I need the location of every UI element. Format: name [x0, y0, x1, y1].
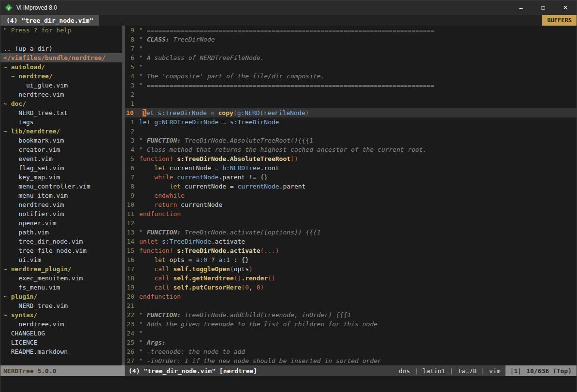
tree-dir-item[interactable]: ~ nerdtree_plugin/ [0, 264, 122, 274]
code-line[interactable]: 23" Adds the given treenode to the list … [125, 319, 577, 329]
tree-file-item[interactable]: creator.vim [0, 145, 122, 154]
code-line[interactable]: 3" =====================================… [125, 81, 577, 90]
tree-up-dir-item[interactable]: .. (up a dir) [0, 44, 122, 53]
line-number: 1 [125, 99, 139, 108]
code-line[interactable]: 9" =====================================… [125, 26, 577, 35]
code-line[interactable]: 12 [125, 218, 577, 228]
command-line[interactable] [0, 376, 577, 392]
code-line[interactable]: 26" -treenode: the node to add [125, 347, 577, 356]
code-line[interactable]: 7 while currentNode.parent != {} [125, 173, 577, 182]
code-line[interactable]: 18 call self.getNerdtree().render() [125, 274, 577, 283]
code-line[interactable]: 22" FUNCTION: TreeDirNode.addChild(treen… [125, 310, 577, 319]
tree-dir-item[interactable]: ~ doc/ [0, 99, 122, 108]
tree-dir-item[interactable]: ~ syntax/ [0, 310, 122, 319]
code-line[interactable]: 1 [125, 99, 577, 108]
code-token [139, 183, 170, 190]
code-line[interactable]: 3" FUNCTION: TreeDirNode.AbsoluteTreeRoo… [125, 136, 577, 145]
code-line[interactable]: 19 call self.putCursorHere(0, 0) [125, 283, 577, 292]
code-line[interactable]: 6 let currentNode = b:NERDTree.root [125, 163, 577, 173]
code-token [158, 238, 162, 245]
code-token: self.toggleOpen [173, 265, 230, 273]
code-line[interactable]: 15function! s:TreeDirNode.activate(...) [125, 246, 577, 255]
code-line[interactable]: 2 [125, 127, 577, 136]
code-line[interactable]: 17 call self.toggleOpen(opts) [125, 264, 577, 274]
line-number: 9 [125, 191, 139, 200]
tree-file-item[interactable]: key_map.vim [0, 173, 122, 182]
code-line[interactable]: 4" Class method that returns the highest… [125, 145, 577, 154]
tab-tree-dir-node[interactable]: (4) "tree_dir_node.vim" [0, 15, 99, 26]
tree-file-item[interactable]: bookmark.vim [0, 136, 122, 145]
tree-file-item[interactable]: NERD_tree.txt [0, 108, 122, 117]
tab-label: (4) "tree_dir_node.vim" [6, 17, 93, 24]
code-line[interactable]: 5" [125, 62, 577, 72]
code-token: TreeDirNode.AbsoluteTreeRoot(){{{1 [181, 137, 313, 144]
tree-file-item[interactable]: opener.vim [0, 218, 122, 228]
tree-file-item[interactable]: fs_menu.vim [0, 283, 122, 292]
code-token: opts [234, 265, 249, 273]
code-line[interactable]: 9 endwhile [125, 191, 577, 200]
code-line[interactable]: 10 return currentNode [125, 200, 577, 209]
code-line[interactable]: 8 let currentNode = currentNode.parent [125, 182, 577, 191]
minimize-button[interactable]: – [510, 0, 532, 15]
code-token: endwhile [154, 192, 185, 199]
code-line[interactable]: 5function! s:TreeDirNode.AbsoluteTreeRoo… [125, 154, 577, 163]
code-line[interactable]: 20endfunction [125, 292, 577, 301]
tree-file-item[interactable]: menu_controller.vim [0, 182, 122, 191]
code-line[interactable]: 2 [125, 90, 577, 99]
code-line[interactable]: 24" [125, 329, 577, 338]
line-number: 4 [125, 72, 139, 81]
code-line[interactable]: 21 [125, 301, 577, 310]
tree-file-item[interactable]: flag_set.vim [0, 163, 122, 173]
code-line[interactable]: 6" A subclass of NERDTreeFileNode. [125, 53, 577, 62]
tree-file-item[interactable]: tree_dir_node.vim [0, 237, 122, 246]
tree-file-item[interactable]: nerdtree.vim [0, 90, 122, 99]
tree-file-item[interactable]: path.vim [0, 228, 122, 237]
statusline-separator: | [449, 367, 453, 375]
code-line[interactable]: 25" Args: [125, 338, 577, 347]
code-line[interactable]: 11endfunction [125, 209, 577, 218]
tree-file-item[interactable]: ui_glue.vim [0, 81, 122, 90]
tree-file-item[interactable]: nerdtree.vim [0, 200, 122, 209]
code-line[interactable]: 27" -inOrder: 1 if the new node should b… [125, 356, 577, 365]
code-line[interactable]: 16 let opts = a:0 ? a:1 : {} [125, 255, 577, 264]
tree-dir-item[interactable]: ~ plugin/ [0, 292, 122, 301]
line-number: 7 [125, 44, 139, 53]
code-text: return currentNode [139, 200, 577, 209]
maximize-button[interactable]: □ [532, 0, 554, 15]
statusline-filename: (4) "tree_dir_node.vim" [nerdtree] [129, 367, 257, 375]
code-token: currentNode [177, 201, 222, 208]
code-token: .root [260, 164, 279, 172]
code-text [139, 99, 577, 108]
code-token: " -treenode: the node to add [139, 348, 245, 355]
code-line[interactable]: 8" CLASS: TreeDirNode [125, 35, 577, 44]
tree-file-item[interactable]: CHANGELOG [0, 329, 122, 338]
line-number: 18 [125, 274, 139, 283]
tree-file-item[interactable]: menu_item.vim [0, 191, 122, 200]
code-line[interactable]: 13" FUNCTION: TreeDirNode.activate([opti… [125, 228, 577, 237]
code-line[interactable]: 10let s:TreeDirNode = copy(g:NERDTreeFil… [125, 108, 577, 117]
code-line[interactable]: 4" The 'composite' part of the file/dir … [125, 72, 577, 81]
tree-file-item[interactable]: NERD_tree.vim [0, 301, 122, 310]
tree-file-item[interactable]: exec_menuitem.vim [0, 274, 122, 283]
tree-file-item[interactable]: LICENCE [0, 338, 122, 347]
tree-file-item[interactable]: ui.vim [0, 255, 122, 264]
maximize-icon: □ [541, 5, 545, 11]
buffers-label: BUFFERS [542, 15, 577, 26]
tree-file-item[interactable]: event.vim [0, 154, 122, 163]
tree-file-item[interactable]: tags [0, 117, 122, 127]
code-line[interactable]: 1let g:NERDTreeDirNode = s:TreeDirNode [125, 117, 577, 127]
code-token: () [290, 155, 298, 162]
close-button[interactable]: × [554, 0, 577, 15]
code-line[interactable]: 14unlet s:TreeDirNode.activate [125, 237, 577, 246]
code-line[interactable]: 7" [125, 44, 577, 53]
code-token: FUNCTION: [147, 311, 181, 319]
tree-file-item[interactable]: README.markdown [0, 347, 122, 356]
tree-file-item[interactable]: tree_file_node.vim [0, 246, 122, 255]
tree-file-item[interactable]: notifier.vim [0, 209, 122, 218]
tree-root-item[interactable]: </vimfiles/bundle/nerdtree/ [0, 53, 122, 62]
tree-dir-item[interactable]: ~ autoload/ [0, 62, 122, 72]
code-text: " Args: [139, 338, 577, 347]
tree-dir-item[interactable]: ~ lib/nerdtree/ [0, 127, 122, 136]
tree-file-item[interactable]: nerdtree.vim [0, 319, 122, 329]
tree-dir-item[interactable]: ~ nerdtree/ [0, 72, 122, 81]
